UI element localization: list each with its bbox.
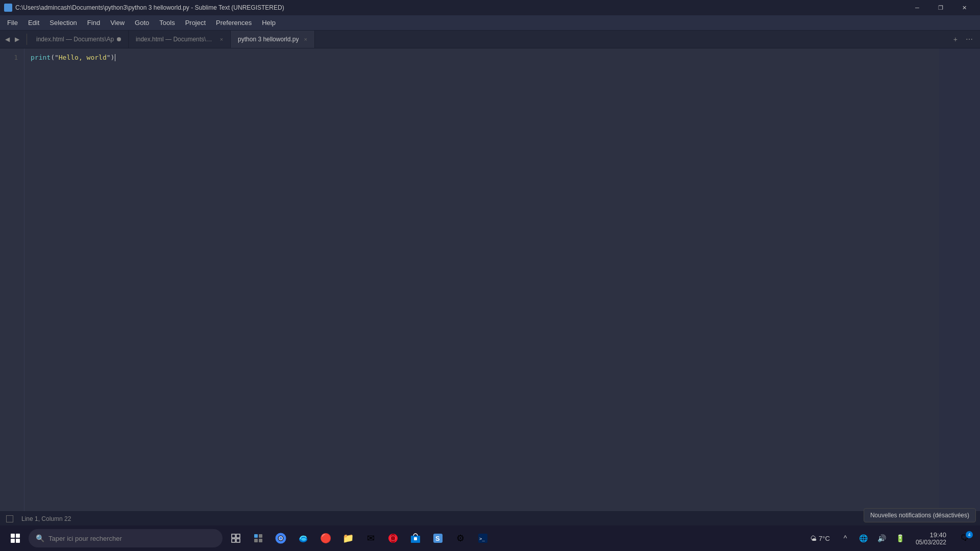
opera-icon[interactable]	[382, 527, 404, 549]
statusbar-left: Line 1, Column 22	[6, 515, 71, 522]
tab-separator	[27, 34, 27, 45]
svg-rect-0	[232, 534, 235, 538]
tab-prev-button[interactable]: ◀	[3, 35, 12, 44]
edge-icon[interactable]	[292, 527, 314, 549]
menu-item-project[interactable]: Project	[180, 17, 211, 29]
svg-point-12	[301, 538, 306, 541]
file-explorer-icon[interactable]: 📁	[337, 527, 359, 549]
search-placeholder-text: Taper ici pour rechercher	[48, 535, 122, 542]
tab-label-tab1: index.html — Documents\Ap	[36, 36, 114, 43]
notification-badge: 4	[966, 531, 973, 538]
svg-rect-7	[259, 539, 262, 542]
svg-text:>_: >_	[479, 536, 485, 541]
notification-button[interactable]: 🗨 4	[953, 527, 976, 549]
notification-tooltip: Nouvelles notifications (désactivées)	[864, 508, 976, 522]
windows-icon	[11, 534, 20, 543]
menu-item-selection[interactable]: Selection	[44, 17, 82, 29]
chrome-icon[interactable]	[270, 527, 292, 549]
close-button[interactable]: ✕	[952, 0, 976, 15]
clock-date: 05/03/2022	[916, 539, 946, 546]
menu-item-file[interactable]: File	[2, 17, 23, 29]
svg-rect-1	[236, 534, 240, 538]
search-icon: 🔍	[36, 534, 44, 542]
svg-point-14	[390, 534, 396, 543]
tray-volume-icon[interactable]: 🔊	[874, 527, 890, 549]
editor: 1 print("Hello, world")	[0, 48, 980, 511]
minimize-button[interactable]: ─	[905, 0, 929, 15]
statusbar: Line 1, Column 22	[0, 511, 980, 525]
minimap	[939, 48, 980, 511]
menu-item-help[interactable]: Help	[257, 17, 281, 29]
system-tray: ^ 🌐 🔊 🔋	[837, 527, 909, 549]
tab-tab1[interactable]: index.html — Documents\Ap	[29, 31, 129, 48]
taskbar-icons: 🔴📁✉S⚙>_	[225, 527, 494, 549]
start-button[interactable]	[4, 527, 27, 549]
code-line-1: print("Hello, world")	[31, 53, 933, 63]
menubar: FileEditSelectionFindViewGotoToolsProjec…	[0, 15, 980, 31]
office-icon[interactable]: 🔴	[314, 527, 337, 549]
tab-close-tab3[interactable]: ×	[304, 36, 307, 42]
taskbar-search[interactable]: 🔍 Taper ici pour rechercher	[29, 529, 223, 547]
tabs-container: index.html — Documents\Apindex.html — Do…	[29, 31, 315, 48]
tabbar: ◀ ▶ index.html — Documents\Apindex.html …	[0, 31, 980, 48]
svg-rect-17	[414, 537, 417, 540]
clock[interactable]: 19:40 05/03/2022	[912, 531, 950, 546]
widgets-button[interactable]	[247, 527, 270, 549]
tab-dirty-tab1	[117, 37, 121, 41]
line-number: 1	[4, 53, 18, 63]
menu-item-view[interactable]: View	[105, 17, 130, 29]
svg-rect-4	[254, 534, 258, 538]
tab-close-tab2[interactable]: ×	[220, 36, 223, 42]
svg-rect-3	[236, 539, 240, 542]
svg-rect-5	[259, 534, 262, 538]
window-controls: ─ ❐ ✕	[905, 0, 976, 15]
svg-rect-6	[254, 539, 258, 542]
maximize-button[interactable]: ❐	[929, 0, 952, 15]
string-hello: Hello, world	[59, 54, 107, 61]
task-view-button[interactable]	[225, 527, 247, 549]
app-icon	[4, 4, 12, 12]
tray-battery-icon[interactable]: 🔋	[892, 527, 909, 549]
taskbar-right: 🌤 7°C ^ 🌐 🔊 🔋 19:40 05/03/2022 🗨 4	[806, 527, 976, 549]
settings-icon[interactable]: ⚙	[449, 527, 472, 549]
taskbar: 🔍 Taper ici pour rechercher 🔴📁✉S⚙>_ 🌤 7°…	[0, 525, 980, 551]
status-checkbox[interactable]	[6, 515, 13, 522]
new-tab-button[interactable]: +	[950, 34, 961, 44]
svg-rect-2	[232, 539, 235, 542]
tab-nav-buttons: ◀ ▶	[0, 31, 24, 48]
titlebar-title: C:\Users\admincash\Documents\python3\pyt…	[15, 4, 284, 11]
tab-label-tab3: python 3 helloworld.py	[238, 36, 299, 43]
clock-time: 19:40	[916, 531, 946, 539]
menu-item-goto[interactable]: Goto	[130, 17, 154, 29]
tab-next-button[interactable]: ▶	[13, 35, 21, 44]
tab-overflow-button[interactable]: ⋯	[963, 34, 976, 44]
titlebar: C:\Users\admincash\Documents\python3\pyt…	[0, 0, 980, 15]
tab-tab3[interactable]: python 3 helloworld.py×	[231, 31, 315, 48]
keyword-print: print	[31, 54, 51, 61]
menu-item-preferences[interactable]: Preferences	[211, 17, 257, 29]
svg-text:S: S	[435, 535, 440, 542]
menu-item-find[interactable]: Find	[82, 17, 105, 29]
titlebar-left: C:\Users\admincash\Documents\python3\pyt…	[4, 4, 284, 12]
store-icon[interactable]	[404, 527, 427, 549]
weather-icon: 🌤	[810, 535, 817, 542]
tab-actions: + ⋯	[946, 31, 980, 48]
tab-label-tab2: index.html — Documents\22.Cadres	[136, 36, 215, 43]
tray-chevron[interactable]: ^	[837, 527, 853, 549]
weather-temp: 7°C	[819, 535, 830, 542]
code-area[interactable]: print("Hello, world")	[24, 48, 939, 511]
menu-item-tools[interactable]: Tools	[154, 17, 180, 29]
line-numbers: 1	[0, 48, 24, 511]
weather-widget[interactable]: 🌤 7°C	[806, 535, 834, 542]
mail-icon[interactable]: ✉	[359, 527, 382, 549]
cursor	[115, 54, 115, 61]
powershell-icon[interactable]: >_	[472, 527, 494, 549]
sublime-text-icon[interactable]: S	[427, 527, 449, 549]
cursor-position[interactable]: Line 1, Column 22	[21, 515, 71, 522]
tab-tab2[interactable]: index.html — Documents\22.Cadres×	[129, 31, 231, 48]
svg-point-10	[279, 537, 282, 540]
menu-item-edit[interactable]: Edit	[23, 17, 44, 29]
tray-network-icon[interactable]: 🌐	[855, 527, 872, 549]
